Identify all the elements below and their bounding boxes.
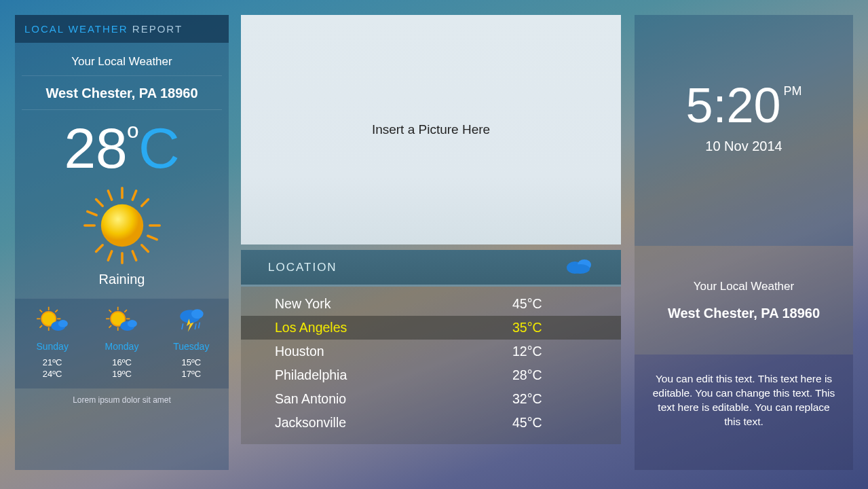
location-header-label: LOCATION bbox=[268, 261, 337, 274]
location-list: New York45°CLos Angeles35°CHouston12°CPh… bbox=[241, 287, 621, 444]
location-name: West Chester, PA 18960 bbox=[22, 76, 222, 110]
right-panel: 5:20PM 10 Nov 2014 Your Local Weather We… bbox=[635, 15, 853, 470]
location-row-temp: 45°C bbox=[512, 415, 621, 431]
clock-date: 10 Nov 2014 bbox=[635, 139, 853, 154]
picture-placeholder[interactable]: Insert a Picture Here bbox=[241, 15, 621, 244]
footnote: Lorem ipsum dolor sit amet bbox=[15, 388, 229, 412]
svg-line-5 bbox=[141, 245, 148, 252]
location-row-name: Jacksonville bbox=[241, 415, 512, 431]
left-panel: LOCAL WEATHER REPORT Your Local Weather … bbox=[15, 15, 229, 470]
svg-line-33 bbox=[125, 310, 128, 312]
temperature-unit: C bbox=[138, 120, 180, 177]
temperature: 28ºC bbox=[15, 110, 229, 181]
forecast-day: Monday 16ºC19ºC bbox=[88, 306, 156, 380]
svg-line-22 bbox=[56, 310, 58, 312]
svg-line-7 bbox=[96, 245, 102, 252]
location-row-name: Los Angeles bbox=[241, 320, 512, 336]
location-row[interactable]: Jacksonville45°C bbox=[241, 411, 621, 435]
panel-title: LOCAL WEATHER REPORT bbox=[15, 15, 229, 43]
svg-point-36 bbox=[128, 320, 137, 327]
location-row-name: San Antonio bbox=[241, 391, 512, 407]
right-location-box: Your Local Weather West Chester, PA 1896… bbox=[635, 246, 853, 355]
picture-placeholder-text: Insert a Picture Here bbox=[372, 122, 490, 137]
forecast-day-name: Monday bbox=[88, 341, 156, 352]
forecast-day-temps: 16ºC19ºC bbox=[88, 357, 156, 380]
location-row-temp: 45°C bbox=[512, 296, 621, 312]
location-row[interactable]: Los Angeles35°C bbox=[241, 316, 621, 340]
subtitle: Your Local Weather bbox=[22, 43, 222, 76]
panel-title-prefix: LOCAL WEATHER bbox=[24, 23, 128, 35]
location-row-name: Houston bbox=[241, 344, 512, 359]
forecast-row: Sunday 21ºC24ºC Monday 16ºC19ºC bbox=[15, 298, 229, 388]
svg-line-20 bbox=[40, 310, 43, 312]
sun-icon bbox=[15, 181, 229, 270]
location-panel: LOCATION New York45°CLos Angeles35°CHous… bbox=[241, 250, 621, 444]
location-row-name: New York bbox=[241, 296, 512, 312]
svg-line-40 bbox=[182, 323, 183, 329]
svg-line-4 bbox=[96, 200, 102, 206]
location-row-temp: 28°C bbox=[512, 367, 621, 383]
clock-box: 5:20PM 10 Nov 2014 bbox=[635, 15, 853, 246]
svg-line-9 bbox=[108, 251, 111, 260]
svg-line-31 bbox=[109, 310, 112, 312]
svg-line-23 bbox=[40, 325, 43, 328]
location-row-temp: 12°C bbox=[512, 344, 621, 359]
forecast-day-name: Sunday bbox=[18, 341, 87, 352]
svg-point-38 bbox=[191, 309, 204, 319]
svg-line-41 bbox=[195, 323, 196, 329]
forecast-day-temps: 21ºC24ºC bbox=[18, 357, 87, 380]
sun-cloud-icon bbox=[34, 326, 71, 338]
svg-line-13 bbox=[147, 236, 156, 239]
condition-label: Raining bbox=[15, 270, 229, 298]
location-row-temp: 32°C bbox=[512, 391, 621, 407]
svg-line-6 bbox=[141, 200, 148, 206]
storm-icon bbox=[173, 326, 210, 338]
svg-line-8 bbox=[132, 191, 136, 200]
svg-line-10 bbox=[108, 191, 111, 200]
svg-line-12 bbox=[87, 211, 96, 215]
location-row-name: Philadelphia bbox=[241, 367, 512, 383]
location-row[interactable]: San Antonio32°C bbox=[241, 387, 621, 411]
svg-point-14 bbox=[100, 204, 143, 247]
cloud-icon bbox=[564, 257, 594, 278]
svg-point-45 bbox=[571, 264, 590, 274]
forecast-day-temps: 15ºC17ºC bbox=[157, 357, 225, 380]
forecast-day: Sunday 21ºC24ºC bbox=[18, 306, 87, 380]
location-header: LOCATION bbox=[241, 250, 621, 287]
svg-point-25 bbox=[58, 320, 68, 327]
forecast-day: Tuesday 15ºC17ºC bbox=[157, 306, 225, 380]
svg-line-11 bbox=[132, 251, 136, 260]
temperature-value: 28 bbox=[64, 120, 127, 177]
temperature-degree: º bbox=[128, 122, 138, 152]
location-row-temp: 35°C bbox=[512, 320, 621, 336]
right-location: West Chester, PA 18960 bbox=[635, 306, 853, 321]
location-row[interactable]: New York45°C bbox=[241, 292, 621, 316]
sun-cloud-icon bbox=[103, 326, 140, 338]
right-subtitle: Your Local Weather bbox=[635, 280, 853, 293]
location-row[interactable]: Philadelphia28°C bbox=[241, 363, 621, 387]
svg-line-42 bbox=[198, 323, 200, 329]
location-row[interactable]: Houston12°C bbox=[241, 340, 621, 363]
svg-line-34 bbox=[109, 325, 112, 328]
clock-ampm: PM bbox=[784, 84, 802, 98]
panel-title-suffix: REPORT bbox=[128, 23, 183, 35]
forecast-day-name: Tuesday bbox=[157, 341, 225, 352]
clock-time: 5:20 bbox=[685, 77, 780, 133]
blurb: You can edit this text. This text here i… bbox=[635, 355, 853, 470]
